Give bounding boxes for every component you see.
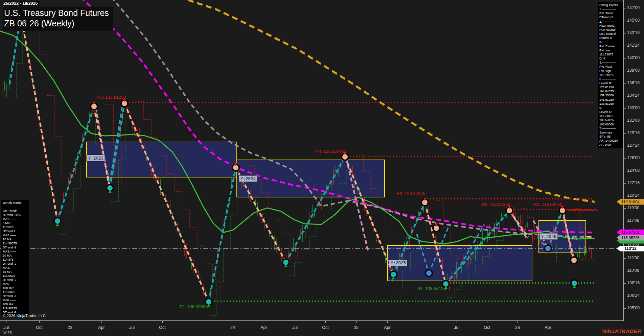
- price-marker-tag: 115.67531: [617, 230, 644, 235]
- price-axis-label: 145'08: [627, 18, 640, 23]
- time-axis[interactable]: JulOct23AprJulOct24AprJulOct25AprJulOct2…: [0, 320, 624, 336]
- chart-title-line2: ZB 06-26 (Weekly): [4, 18, 109, 29]
- chart-title-line1: U.S. Treasury Bond Futures: [4, 8, 109, 18]
- pivot-marker-low: [53, 217, 62, 226]
- panel-line: 7.--------------: [599, 126, 624, 130]
- time-axis-tick: [39, 321, 40, 323]
- panel-line: 3.--------------: [599, 40, 624, 44]
- price-axis-label: 127'24: [627, 143, 640, 148]
- price-axis-tick: [624, 71, 626, 71]
- panel-line: Hi:0 Neutral: [599, 28, 624, 32]
- level-label-R1: R1: 118.68750: [534, 202, 562, 207]
- chart-canvas[interactable]: R5: 133.81250R4: 126.25000R3: 120.34375R…: [0, 0, 644, 320]
- time-axis-tick: [457, 321, 457, 323]
- ma-100-line: [80, 0, 595, 233]
- panel-line: MA1.------: [3, 217, 28, 221]
- pivot-marker-evolve: [570, 256, 578, 264]
- price-axis-tick: [624, 158, 626, 159]
- panel-line: DTrend -2: [3, 245, 28, 249]
- panel-line: MA3.------: [3, 249, 28, 254]
- price-axis-label: 133'00: [627, 105, 640, 110]
- panel-line: HiLo Trend:: [599, 24, 624, 28]
- price-axis-label: 138'08: [627, 68, 640, 73]
- panel-line: 5.--------------: [599, 77, 624, 81]
- panel-line: 115.71875: [599, 73, 624, 77]
- price-marker-tag: 119.91094: [617, 199, 644, 205]
- panel-line: Pvt Low: [599, 48, 624, 52]
- panel-line: 106.00000: [599, 122, 624, 126]
- time-axis-label: Apr: [260, 325, 267, 330]
- panel-line: DTrend -88%: [3, 213, 28, 217]
- time-axis-tick: [387, 321, 388, 323]
- panel-line: 159.25000: [599, 93, 624, 97]
- panel-line: DTrend -2: [599, 15, 624, 19]
- pivot-marker-low: [106, 184, 114, 193]
- pivot-marker-high: [90, 102, 98, 111]
- price-axis-label: 140'00: [627, 55, 640, 60]
- panel-line: D: 4: [599, 56, 624, 61]
- swing-pivots-title: Swing Pivots: [599, 3, 624, 7]
- year-range-box: [87, 142, 237, 177]
- panel-line: SP's: 55: [599, 135, 624, 139]
- instrument-tab[interactable]: W ZB: [3, 331, 12, 335]
- ma-55-line: [112, 0, 595, 237]
- level-label-S2: S2: 106.00000: [179, 304, 208, 309]
- panel-line: 1.--------------: [599, 7, 624, 11]
- level-label-R3: R3: 120.34375: [396, 191, 425, 196]
- price-axis-tick: [624, 283, 626, 284]
- ma-20-line: [0, 31, 595, 244]
- panel-line: 55 MA:: [3, 270, 28, 274]
- panel-line: 114.59375: [3, 241, 28, 245]
- time-axis-label: 23: [68, 325, 72, 330]
- time-axis-label: Apr: [384, 325, 390, 330]
- time-axis-tick: [233, 321, 233, 323]
- time-axis-tick: [325, 321, 326, 323]
- time-axis-tick: [101, 321, 102, 323]
- time-axis-label: Jul: [454, 325, 459, 330]
- time-axis-label: Apr: [545, 325, 551, 330]
- time-axis-tick: [264, 321, 264, 323]
- panel-line: Levels R:: [599, 81, 624, 85]
- panel-line: Summary: [599, 130, 624, 135]
- price-axis-label: 117'08: [627, 218, 639, 223]
- panel-line: Levels S:: [599, 110, 624, 114]
- price-marker-tag: 115.05725: [617, 235, 644, 241]
- pivot-marker-high: [558, 206, 567, 215]
- time-axis-tick: [487, 321, 487, 323]
- time-axis-label: Oct: [36, 325, 42, 330]
- time-axis-tick: [548, 321, 548, 323]
- price-axis-label: 141'24: [627, 43, 640, 48]
- price-axis-label: 119'00: [627, 206, 639, 210]
- time-axis-tick: [132, 321, 132, 323]
- year-label: Y:2025: [391, 261, 406, 266]
- panel-line: 10 MA:: [3, 237, 28, 241]
- panel-line: MA6.------: [3, 298, 28, 302]
- panel-line: Pvt High: [599, 69, 624, 73]
- time-axis-label: Oct: [159, 325, 165, 330]
- panel-line: 4.--------------: [599, 61, 624, 65]
- panel-line: MA5.------: [3, 282, 28, 286]
- ninjatrader-logo: NINJATRADER: [602, 328, 641, 334]
- price-axis[interactable]: 147'00145'08143'16141'24140'00138'08136'…: [623, 0, 644, 320]
- price-axis-label: 105'00: [627, 306, 640, 310]
- time-axis-label: Jul: [292, 325, 298, 330]
- pivot-marker-low: [282, 258, 290, 267]
- price-axis-tick: [624, 33, 626, 33]
- panel-line: DTrend -2: [3, 262, 28, 266]
- price-axis-label: 110'08: [627, 268, 639, 273]
- price-axis-label: 108'16: [627, 281, 640, 285]
- panel-line: DTrend -2: [3, 294, 28, 298]
- price-axis-label: 134'24: [627, 93, 640, 98]
- time-axis-label: Apr: [98, 325, 105, 330]
- zigzag-segment: [124, 103, 209, 302]
- panel-line: 145.81250: [599, 98, 624, 102]
- time-axis-tick: [162, 321, 163, 323]
- panel-line: 111.71875: [599, 114, 624, 118]
- panel-line: Pvt. Evolve:: [599, 44, 624, 48]
- price-axis-tick: [624, 146, 626, 146]
- panel-line: DTrend -2: [3, 278, 28, 282]
- panel-line: 113.625: [3, 225, 28, 229]
- swing-pivots-panel: Swing Pivots 1.--------------Pvt. Trend:…: [598, 2, 624, 148]
- bench-marks-panel: Bench Marks ------------BM Trend:DTrend …: [1, 200, 29, 316]
- date-range-label: 26/2022 - 18/2026: [3, 1, 40, 6]
